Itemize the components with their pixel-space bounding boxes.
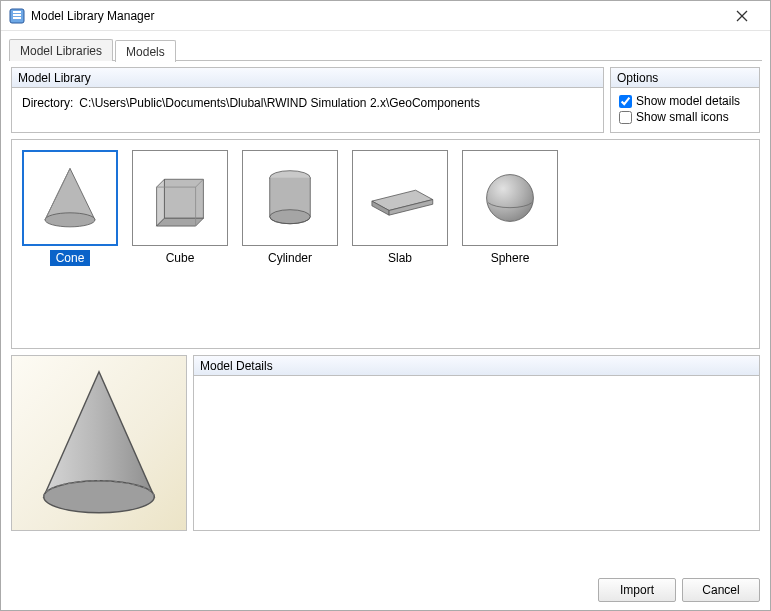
svg-point-7 [45, 213, 95, 227]
models-list: Cone Cube [22, 150, 749, 266]
models-list-panel: Cone Cube [11, 139, 760, 349]
window-title: Model Library Manager [31, 9, 722, 23]
model-item-cone[interactable]: Cone [22, 150, 118, 266]
options-group: Options Show model details Show small ic… [610, 67, 760, 133]
model-thumbnail [462, 150, 558, 246]
tab-models[interactable]: Models [115, 40, 176, 62]
checkbox-show-details[interactable] [619, 95, 632, 108]
model-details-body [194, 376, 759, 530]
model-preview [11, 355, 187, 531]
app-icon [9, 8, 25, 24]
close-icon [736, 10, 748, 22]
model-thumbnail [242, 150, 338, 246]
dialog-footer: Import Cancel [1, 570, 770, 610]
group-heading: Model Details [194, 356, 759, 376]
checkbox-show-small-icons[interactable] [619, 111, 632, 124]
option-show-small-icons[interactable]: Show small icons [619, 110, 751, 124]
directory-path: C:\Users\Public\Documents\Dlubal\RWIND S… [79, 96, 593, 110]
model-label: Sphere [485, 250, 536, 266]
cone-icon [31, 159, 109, 237]
top-row: Model Library Directory: C:\Users\Public… [11, 67, 760, 133]
slab-icon [357, 159, 443, 237]
import-button[interactable]: Import [598, 578, 676, 602]
model-label: Cube [160, 250, 201, 266]
svg-point-22 [487, 175, 534, 222]
option-show-details[interactable]: Show model details [619, 94, 751, 108]
svg-rect-2 [13, 14, 21, 16]
tab-model-libraries[interactable]: Model Libraries [9, 39, 113, 61]
svg-marker-10 [157, 218, 204, 226]
model-library-group: Model Library Directory: C:\Users\Public… [11, 67, 604, 133]
cone-preview-icon [24, 363, 174, 523]
title-bar: Model Library Manager [1, 1, 770, 31]
option-label: Show small icons [636, 110, 729, 124]
group-heading: Model Library [12, 68, 603, 88]
model-item-slab[interactable]: Slab [352, 150, 448, 266]
button-label: Import [620, 583, 654, 597]
dialog-window: Model Library Manager Model Libraries Mo… [0, 0, 771, 611]
model-item-cylinder[interactable]: Cylinder [242, 150, 338, 266]
model-details-group: Model Details [193, 355, 760, 531]
directory-row: Directory: C:\Users\Public\Documents\Dlu… [22, 96, 593, 110]
svg-marker-23 [44, 372, 155, 497]
tab-label: Models [126, 45, 165, 59]
directory-label: Directory: [22, 96, 73, 110]
option-label: Show model details [636, 94, 740, 108]
model-thumbnail [352, 150, 448, 246]
tab-strip: Model Libraries Models [1, 31, 770, 61]
model-label: Cone [50, 250, 91, 266]
model-label: Cylinder [262, 250, 318, 266]
model-thumbnail [22, 150, 118, 246]
close-button[interactable] [722, 2, 762, 30]
cylinder-icon [251, 159, 329, 237]
model-item-cube[interactable]: Cube [132, 150, 228, 266]
tab-label: Model Libraries [20, 44, 102, 58]
preview-row: Model Details [11, 355, 760, 531]
svg-rect-1 [13, 11, 21, 13]
group-heading: Options [611, 68, 759, 88]
svg-rect-3 [13, 17, 21, 19]
model-thumbnail [132, 150, 228, 246]
model-label: Slab [382, 250, 418, 266]
tab-content: Model Library Directory: C:\Users\Public… [1, 61, 770, 570]
svg-marker-6 [45, 168, 95, 219]
cube-icon [141, 159, 219, 237]
model-item-sphere[interactable]: Sphere [462, 150, 558, 266]
sphere-icon [471, 159, 549, 237]
button-label: Cancel [702, 583, 739, 597]
cancel-button[interactable]: Cancel [682, 578, 760, 602]
